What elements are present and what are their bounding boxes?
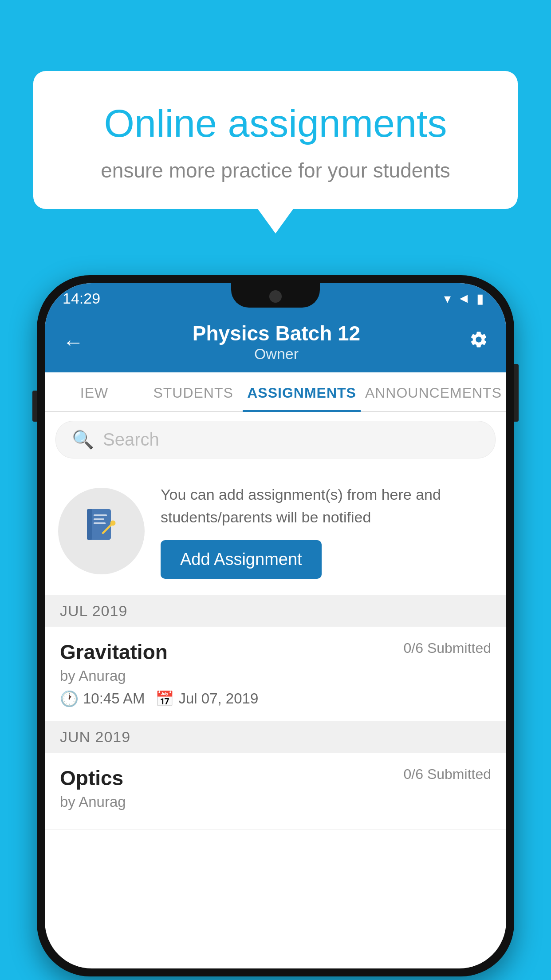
svg-rect-3 [94,518,104,520]
status-time: 14:29 [63,290,100,307]
svg-point-6 [110,521,115,526]
assignment-item-header-optics: Optics 0/6 Submitted [60,766,491,790]
app-header: ← Physics Batch 12 Owner [45,313,506,372]
promo-title: Online assignments [69,102,482,145]
phone-side-button-right [514,364,519,422]
add-assignment-button[interactable]: Add Assignment [161,540,322,579]
header-subtitle: Owner [193,345,360,363]
phone-side-button-left [32,391,37,422]
header-center: Physics Batch 12 Owner [193,321,360,363]
header-title: Physics Batch 12 [193,321,360,345]
svg-rect-4 [94,522,106,524]
assignment-item-gravitation[interactable]: Gravitation 0/6 Submitted by Anurag 🕐 10… [45,627,506,721]
promo-subtitle: ensure more practice for your students [69,158,482,182]
phone-notch [231,283,320,308]
assignment-time: 10:45 AM [83,690,145,707]
tabs-bar: IEW STUDENTS ASSIGNMENTS ANNOUNCEMENTS [45,372,506,412]
add-assignment-section: You can add assignment(s) from here and … [45,467,506,595]
promo-section: Online assignments ensure more practice … [33,71,518,209]
month-header-jul: JUL 2019 [45,595,506,627]
tab-students[interactable]: STUDENTS [144,372,243,411]
assignment-submitted: 0/6 Submitted [404,640,491,656]
clock-icon: 🕐 [60,690,79,707]
wifi-icon: ▾ [444,291,451,306]
svg-rect-2 [94,514,107,516]
assignment-icon-circle [58,488,145,574]
assignment-info-text: You can add assignment(s) from here and … [161,483,493,529]
settings-button[interactable] [469,330,488,354]
notebook-icon [82,506,122,556]
tab-assignments[interactable]: ASSIGNMENTS [243,372,361,411]
assignment-item-header: Gravitation 0/6 Submitted [60,640,491,664]
back-button[interactable]: ← [63,330,84,354]
search-container: 🔍 Search [45,412,506,467]
speech-bubble: Online assignments ensure more practice … [33,71,518,209]
status-icons: ▾ ◄ ▮ [444,291,484,306]
assignment-info: You can add assignment(s) from here and … [161,483,493,579]
assignment-meta: 🕐 10:45 AM 📅 Jul 07, 2019 [60,690,491,707]
assignment-date: Jul 07, 2019 [178,690,258,707]
assignment-item-optics[interactable]: Optics 0/6 Submitted by Anurag [45,753,506,830]
phone-frame: 14:29 ▾ ◄ ▮ ← Physics Batch 12 Owner [37,275,514,976]
phone-screen: 14:29 ▾ ◄ ▮ ← Physics Batch 12 Owner [45,283,506,968]
meta-date: 📅 Jul 07, 2019 [155,690,258,707]
calendar-icon: 📅 [155,690,174,707]
tab-announcements[interactable]: ANNOUNCEMENTS [361,372,506,411]
signal-icon: ◄ [457,291,470,306]
tab-iew[interactable]: IEW [45,372,144,411]
search-placeholder: Search [103,430,159,450]
assignment-title-optics: Optics [60,766,123,790]
assignment-title: Gravitation [60,640,168,664]
month-header-jun: JUN 2019 [45,721,506,753]
battery-icon: ▮ [476,291,484,306]
search-icon: 🔍 [72,429,94,450]
phone-camera [269,290,282,303]
svg-rect-1 [87,509,92,540]
assignment-by: by Anurag [60,668,491,684]
meta-time: 🕐 10:45 AM [60,690,145,707]
search-bar[interactable]: 🔍 Search [55,421,496,458]
svg-line-7 [103,532,104,533]
assignment-by-optics: by Anurag [60,794,491,810]
assignment-submitted-optics: 0/6 Submitted [404,766,491,782]
